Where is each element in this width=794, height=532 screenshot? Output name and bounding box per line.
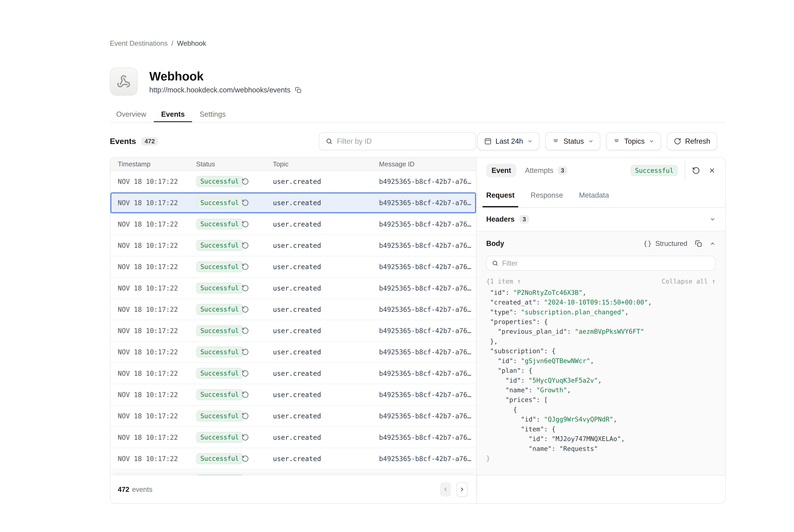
table-row[interactable]: NOV 18 10:17:22 Successful user.created … [110, 256, 476, 278]
retry-icon[interactable] [242, 412, 249, 420]
retry-icon[interactable] [242, 369, 249, 377]
filter-icon [613, 137, 621, 145]
retry-icon[interactable] [242, 306, 249, 313]
events-table: Timestamp Status Topic Message ID NOV 18… [110, 158, 477, 503]
json-line: { [486, 405, 716, 415]
retry-icon[interactable] [242, 263, 249, 270]
footer-count: 472 [118, 486, 129, 493]
table-row[interactable]: NOV 18 10:17:22 Successful user.created … [110, 192, 476, 214]
json-viewer: "id": "P2NoRtyZoTc46X3B", "created_at": … [486, 288, 716, 463]
status-badge: Successful [196, 261, 243, 272]
time-range-button[interactable]: Last 24h [477, 132, 540, 150]
status-badge: Successful [196, 432, 243, 443]
retry-icon[interactable] [242, 242, 249, 249]
table-row[interactable]: NOV 18 10:17:22 Successful user.created … [110, 427, 476, 448]
refresh-button[interactable]: Refresh [667, 132, 717, 150]
collapse-all-button[interactable]: Collapse all ↑ [662, 278, 716, 285]
table-row[interactable]: NOV 18 10:17:22 Successful user.created … [110, 299, 476, 320]
retry-icon[interactable] [242, 284, 249, 292]
structured-toggle[interactable]: Structured [655, 240, 687, 247]
table-row[interactable]: NOV 18 10:17:22 Successful user.created … [110, 278, 476, 299]
copy-url-icon[interactable] [295, 87, 302, 94]
status-badge: Successful [196, 368, 243, 379]
body-section: Body {} Structured Filter {1 item ↑ Coll… [476, 231, 725, 475]
table-row[interactable]: NOV 18 10:17:22 Successful user.created … [110, 448, 476, 470]
table-row[interactable]: NOV 18 10:17:22 Successful user.created … [110, 171, 476, 192]
status-badge: Successful [196, 453, 243, 464]
webhook-url: http://mock.hookdeck.com/webhooks/events [149, 86, 290, 94]
prev-page-button[interactable] [440, 482, 451, 497]
table-row[interactable]: NOV 18 10:17:22 Successful user.created … [110, 320, 476, 341]
json-line: "previous_plan_id": "aezmBVpPksWVY6FT" [486, 327, 716, 337]
retry-icon[interactable] [242, 348, 249, 356]
retry-icon[interactable] [242, 199, 249, 207]
webhook-icon [110, 68, 138, 95]
filter-icon [552, 137, 560, 145]
filter-by-id-input[interactable]: Filter by ID [319, 132, 476, 150]
chevron-down-icon [588, 138, 593, 144]
page-title: Webhook [149, 69, 204, 83]
tab-settings[interactable]: Settings [192, 106, 233, 122]
search-icon [492, 260, 498, 266]
col-message-id: Message ID [379, 160, 415, 168]
json-line: "id": "MJ2oy747MNQXELAo", [486, 434, 716, 444]
breadcrumb-parent[interactable]: Event Destinations [110, 39, 168, 47]
topics-filter-button[interactable]: Topics [606, 132, 661, 150]
headers-label: Headers [486, 215, 515, 223]
table-row[interactable]: NOV 18 10:17:22 Successful user.created … [110, 235, 476, 256]
detail-tabs: Request Response Metadata [476, 183, 725, 208]
col-status: Status [196, 160, 215, 168]
footer-label: events [132, 486, 152, 493]
close-icon[interactable] [708, 167, 716, 174]
status-badge: Successful [196, 389, 243, 400]
json-line: "id": "gSjvn6eQTBewNWcr", [486, 356, 716, 366]
structured-toggle-icon[interactable]: {} [643, 240, 652, 247]
refresh-icon [674, 137, 681, 145]
next-page-button[interactable] [456, 482, 468, 497]
retry-icon[interactable] [242, 455, 249, 462]
table-row[interactable]: NOV 18 10:17:22 Successful user.created … [110, 214, 476, 235]
headers-count-badge: 3 [519, 215, 529, 224]
copy-body-icon[interactable] [695, 240, 702, 247]
json-line: "name": "Requests" [486, 444, 716, 454]
table-row[interactable]: NOV 18 10:17:22 Successful user.created … [110, 406, 476, 427]
json-line: "plan": { [486, 366, 716, 376]
status-badge: Successful [196, 218, 243, 230]
body-filter-input[interactable]: Filter [486, 256, 716, 271]
status-badge: Successful [196, 240, 243, 251]
detail-tab-attempts[interactable]: Attempts 3 [525, 166, 567, 175]
chevron-up-icon[interactable] [710, 241, 716, 247]
retry-icon[interactable] [242, 434, 249, 441]
breadcrumb: Event Destinations / Webhook [110, 39, 206, 47]
headers-section[interactable]: Headers 3 [476, 208, 725, 231]
tab-response[interactable]: Response [531, 183, 563, 207]
chevron-down-icon[interactable] [710, 216, 716, 222]
chevron-down-icon [527, 138, 533, 144]
status-filter-button[interactable]: Status [545, 132, 600, 150]
table-row[interactable]: NOV 18 10:17:22 Successful user.created … [110, 342, 476, 363]
table-row[interactable]: NOV 18 10:17:22 Successful user.created … [110, 384, 476, 405]
body-label: Body [486, 240, 504, 248]
tabs-divider [110, 122, 726, 122]
status-badge: Successful [196, 411, 243, 421]
table-row[interactable]: NOV 18 10:17:22 Successful user.created … [110, 363, 476, 384]
json-line: "id": "QJgg9WrS4vyQPNdR", [486, 415, 716, 424]
events-heading: Events [110, 136, 136, 146]
retry-icon[interactable] [692, 167, 700, 174]
json-line: }, [486, 337, 716, 346]
retry-icon[interactable] [242, 391, 249, 398]
tab-metadata[interactable]: Metadata [579, 183, 609, 207]
detail-tab-event[interactable]: Event [486, 164, 516, 177]
tab-events[interactable]: Events [154, 106, 192, 122]
retry-icon[interactable] [242, 178, 249, 185]
retry-icon[interactable] [242, 327, 249, 335]
page: Event Destinations / Webhook Webhook htt… [0, 0, 794, 532]
retry-icon[interactable] [242, 220, 249, 228]
status-badge: Successful [196, 283, 243, 294]
divider [685, 162, 685, 179]
events-card: Timestamp Status Topic Message ID NOV 18… [110, 157, 726, 504]
tab-request[interactable]: Request [486, 183, 515, 207]
tab-overview[interactable]: Overview [110, 106, 154, 122]
status-badge: Successful [196, 176, 243, 187]
items-count[interactable]: {1 item ↑ [486, 278, 521, 285]
